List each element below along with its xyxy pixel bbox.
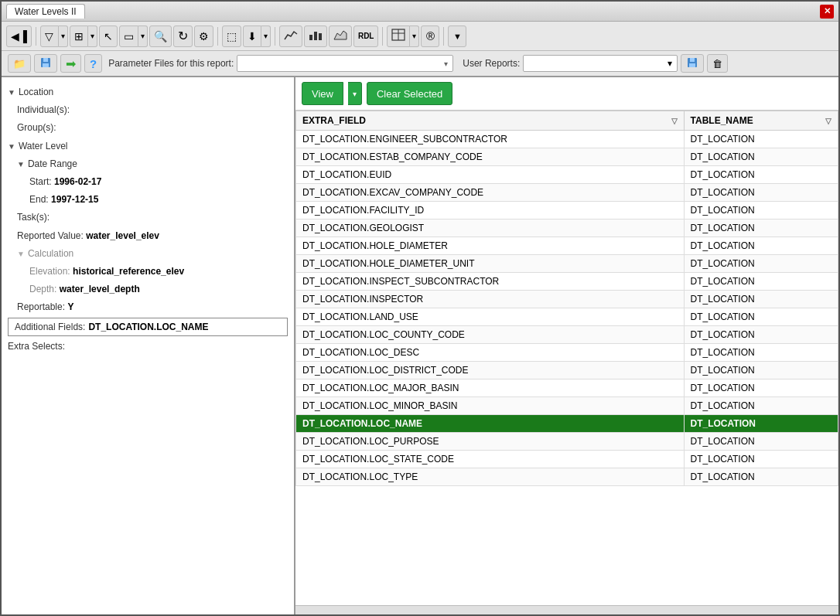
location-toggle[interactable]: ▼	[8, 87, 15, 99]
trash-button[interactable]: 🗑	[707, 54, 728, 73]
view-button-arrow[interactable]: ▾	[348, 82, 362, 105]
back-button[interactable]: ◀▐	[6, 26, 32, 47]
view-button[interactable]: View	[302, 82, 343, 105]
download-arrow[interactable]: ▾	[261, 26, 271, 47]
box-arrow[interactable]: ▾	[138, 26, 148, 47]
refresh-button[interactable]: ↻	[173, 26, 193, 47]
registered-icon: ®	[426, 29, 435, 43]
table-container[interactable]: EXTRA_FIELD ▽ TABLE_NAME ▽	[295, 111, 838, 605]
table-row[interactable]: DT_LOCATION.EUIDDT_LOCATION	[296, 166, 838, 184]
registered-button[interactable]: ®	[421, 26, 439, 47]
table-row[interactable]: DT_LOCATION.FACILITY_IDDT_LOCATION	[296, 202, 838, 220]
export-button[interactable]: ⬚	[222, 26, 241, 47]
extra-field-filter-icon[interactable]: ▽	[671, 117, 678, 125]
table-name-filter-icon[interactable]: ▽	[825, 117, 831, 125]
linechart-icon	[284, 29, 298, 43]
settings-button[interactable]: ⚙	[194, 26, 213, 47]
table-row[interactable]: DT_LOCATION.HOLE_DIAMETER_UNITDT_LOCATIO…	[296, 255, 838, 273]
filter-arrow[interactable]: ▾	[59, 26, 68, 47]
arrow-right-button[interactable]: ➡	[60, 54, 81, 73]
table-row[interactable]: DT_LOCATION.LOC_COUNTY_CODEDT_LOCATION	[296, 326, 838, 344]
svg-rect-1	[314, 32, 317, 40]
table-button[interactable]	[387, 26, 410, 47]
table-row[interactable]: DT_LOCATION.LOC_MINOR_BASINDT_LOCATION	[296, 397, 838, 415]
extra-field-cell: DT_LOCATION.LOC_NAME	[296, 415, 685, 433]
table-row[interactable]: DT_LOCATION.LOC_MAJOR_BASINDT_LOCATION	[296, 379, 838, 397]
window-tab[interactable]: Water Levels II	[6, 4, 85, 19]
table-row[interactable]: DT_LOCATION.LAND_USEDT_LOCATION	[296, 308, 838, 326]
table-row[interactable]: DT_LOCATION.ENGINEER_SUBCONTRACTORDT_LOC…	[296, 131, 838, 148]
location-label: Location	[19, 85, 53, 100]
table-name-cell: DT_LOCATION	[684, 291, 838, 308]
search-button[interactable]: 🔍	[149, 26, 172, 47]
chart1-button[interactable]	[279, 26, 302, 47]
table-row[interactable]: DT_LOCATION.EXCAV_COMPANY_CODEDT_LOCATIO…	[296, 184, 838, 202]
box-button[interactable]: ▭	[119, 26, 138, 47]
toolbar-row1: ◀▐ ▽ ▾ ⊞ ▾ ↖ ▭ ▾ 🔍 ↻	[2, 22, 838, 51]
table-row[interactable]: DT_LOCATION.INSPECT_SUBCONTRACTORDT_LOCA…	[296, 273, 838, 291]
table-dropdown[interactable]: ▾	[387, 26, 419, 47]
grid-arrow[interactable]: ▾	[88, 26, 97, 47]
table-row[interactable]: DT_LOCATION.HOLE_DIAMETERDT_LOCATION	[296, 237, 838, 255]
table-row[interactable]: DT_LOCATION.LOC_NAMEDT_LOCATION	[296, 415, 838, 433]
param-dropdown[interactable]: ▾	[237, 55, 453, 72]
table-arrow[interactable]: ▾	[410, 26, 419, 47]
extra-field-cell: DT_LOCATION.LOC_DISTRICT_CODE	[296, 362, 685, 379]
sep4	[382, 27, 383, 46]
start-date-value: 1996-02-17	[54, 175, 101, 189]
table-row[interactable]: DT_LOCATION.LOC_TYPEDT_LOCATION	[296, 468, 838, 486]
user-reports-dropdown[interactable]: ▾	[523, 55, 678, 72]
table-row[interactable]: DT_LOCATION.ESTAB_COMPANY_CODEDT_LOCATIO…	[296, 148, 838, 166]
grid-button[interactable]: ⊞	[70, 26, 88, 47]
table-row[interactable]: DT_LOCATION.LOC_DESCDT_LOCATION	[296, 344, 838, 362]
table-name-cell: DT_LOCATION	[684, 468, 838, 486]
extra-field-cell: DT_LOCATION.ESTAB_COMPANY_CODE	[296, 148, 685, 166]
elevation-value: historical_reference_elev	[73, 264, 184, 279]
calculation-toggle[interactable]: ▼	[17, 248, 25, 260]
rdl-button[interactable]: RDL	[353, 26, 379, 47]
download-button[interactable]: ⬇	[243, 26, 261, 47]
extra-field-cell: DT_LOCATION.GEOLOGIST	[296, 220, 685, 237]
table-row[interactable]: DT_LOCATION.INSPECTORDT_LOCATION	[296, 291, 838, 308]
extra-field-cell: DT_LOCATION.LOC_PURPOSE	[296, 433, 685, 451]
close-button[interactable]: ✕	[820, 5, 834, 19]
extra-field-cell: DT_LOCATION.LOC_STATE_CODE	[296, 451, 685, 468]
cursor-button[interactable]: ↖	[99, 26, 118, 47]
help-button[interactable]: ?	[84, 54, 102, 73]
box-dropdown[interactable]: ▭ ▾	[119, 26, 148, 47]
water-level-toggle[interactable]: ▼	[8, 141, 15, 153]
save2-button[interactable]	[681, 54, 704, 73]
table-row[interactable]: DT_LOCATION.LOC_STATE_CODEDT_LOCATION	[296, 451, 838, 468]
date-range-toggle[interactable]: ▼	[17, 158, 25, 171]
water-level-label: Water Level	[19, 139, 68, 154]
svg-rect-10	[690, 58, 695, 62]
table-name-header-label: TABLE_NAME	[691, 115, 753, 126]
table-name-cell: DT_LOCATION	[684, 344, 838, 362]
chart2-button[interactable]	[304, 26, 327, 47]
table-name-cell: DT_LOCATION	[684, 397, 838, 415]
start-date-item: Start: 1996-02-17	[2, 173, 294, 191]
table-row[interactable]: DT_LOCATION.GEOLOGISTDT_LOCATION	[296, 220, 838, 237]
download-dropdown[interactable]: ⬇ ▾	[243, 26, 271, 47]
save-blue-button[interactable]	[34, 54, 57, 73]
svg-rect-0	[309, 35, 312, 40]
grid-dropdown[interactable]: ⊞ ▾	[70, 26, 97, 47]
filter-dropdown[interactable]: ▽ ▾	[40, 26, 68, 47]
table-row[interactable]: DT_LOCATION.LOC_PURPOSEDT_LOCATION	[296, 433, 838, 451]
horizontal-scrollbar[interactable]	[295, 605, 838, 614]
svg-rect-8	[43, 63, 49, 67]
calculation-label: Calculation	[28, 247, 73, 261]
extra-field-cell: DT_LOCATION.LOC_TYPE	[296, 468, 685, 486]
table-name-cell: DT_LOCATION	[684, 451, 838, 468]
table-name-cell: DT_LOCATION	[684, 131, 838, 148]
elevation-item: Elevation: historical_reference_elev	[2, 263, 294, 281]
more-button[interactable]: ▼	[448, 26, 466, 47]
filter-icon: ▽	[45, 30, 53, 43]
folder-button[interactable]: 📁	[8, 54, 31, 73]
table-row[interactable]: DT_LOCATION.LOC_DISTRICT_CODEDT_LOCATION	[296, 362, 838, 379]
chart3-button[interactable]	[329, 26, 352, 47]
clear-selected-button[interactable]: Clear Selected	[367, 82, 452, 105]
right-panel: View ▾ Clear Selected EXTRA_FIELD ▽	[295, 77, 838, 614]
extra-field-cell: DT_LOCATION.LAND_USE	[296, 308, 685, 326]
filter-button[interactable]: ▽	[40, 26, 59, 47]
